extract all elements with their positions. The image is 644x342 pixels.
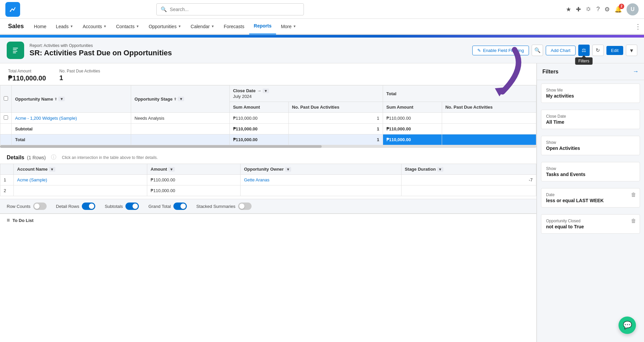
report-icon (7, 42, 24, 59)
select-all-checkbox[interactable] (4, 96, 8, 101)
close-date-dropdown[interactable]: ▼ (263, 89, 269, 93)
add-chart-button[interactable]: Add Chart (546, 46, 576, 55)
grand-total-toggle-item: Grand Total (148, 203, 187, 210)
report-subtitle: Report: Activities with Opportunities (30, 43, 472, 48)
details-title: Details (7, 155, 24, 161)
subtotal-stage (131, 124, 230, 134)
nav-item-calendar[interactable]: Calendar ▼ (186, 18, 219, 35)
opp-name-cell: Acme - 1,200 Widgets (Sample) (12, 113, 131, 124)
account-link-1[interactable]: Acme (Sample) (17, 177, 47, 182)
opp-stage-sort-icon: ⇧ (174, 97, 176, 101)
details-table: Account Name ▼ Amount ▼ (0, 164, 536, 196)
filter-show-open[interactable]: Show Open Activities (541, 136, 640, 155)
refresh-button[interactable]: ↻ (592, 45, 604, 56)
favorites-button[interactable]: ★ (566, 6, 571, 13)
filter-opp-closed[interactable]: Opportunity Closed not equal to True 🗑 (541, 214, 640, 234)
stage-duration-dropdown[interactable]: ▼ (437, 167, 443, 172)
detail-rows-toggle[interactable] (82, 203, 95, 210)
select-all-header (0, 86, 12, 113)
opp-name-link[interactable]: Acme - 1,200 Widgets (Sample) (15, 116, 77, 121)
filter-show-tasks[interactable]: Show Tasks and Events (541, 162, 640, 181)
opp-stage-dropdown[interactable]: ▼ (178, 97, 184, 101)
scroll-thumb[interactable] (0, 145, 322, 148)
edit-button[interactable]: Edit (606, 46, 623, 55)
nav-item-forecasts[interactable]: Forecasts (219, 18, 249, 35)
row-checkbox[interactable] (4, 115, 8, 120)
total-row: Total ₱110,000.00 1 ₱110,000.00 (0, 134, 536, 145)
scroll-indicator (0, 145, 536, 148)
opportunities-chevron: ▼ (178, 24, 181, 28)
past-due-total-cell (442, 113, 536, 124)
past-due-value: 1 (59, 74, 100, 82)
nav-item-home[interactable]: Home (29, 18, 51, 35)
nav-end-icon[interactable]: ⋮ (635, 22, 641, 31)
owner-link-1[interactable]: Gette Aranas (244, 177, 269, 182)
filter-opp-closed-delete[interactable]: 🗑 (631, 218, 636, 224)
help-button[interactable]: ? (596, 6, 600, 13)
detail-rows-knob (89, 204, 94, 209)
row-counts-toggle-item: Row Counts (7, 203, 47, 210)
nav-item-reports[interactable]: Reports (249, 18, 276, 35)
add-button[interactable]: ✚ (576, 6, 581, 13)
owner-dropdown[interactable]: ▼ (285, 167, 291, 172)
nav-item-accounts[interactable]: Accounts ▼ (78, 18, 111, 35)
row-counts-toggle[interactable] (33, 203, 47, 210)
calendar-chevron: ▼ (211, 24, 214, 28)
filter-date-delete[interactable]: 🗑 (631, 192, 636, 198)
filter-date[interactable]: Date less or equal LAST WEEK 🗑 (541, 188, 640, 208)
filter-opp-closed-value: not equal to True (546, 224, 635, 229)
nav-bar: Sales Home Leads ▼ Accounts ▼ Contacts ▼… (0, 19, 644, 35)
filter-show-me-label: Show Me (546, 88, 635, 93)
details-account-1: Acme (Sample) (14, 175, 147, 185)
pencil-icon: ✎ (477, 48, 481, 53)
account-name-dropdown[interactable]: ▼ (49, 167, 55, 172)
opp-name-dropdown[interactable]: ▼ (58, 97, 65, 101)
stacked-summaries-toggle-item: Stacked Summaries (196, 203, 251, 210)
filter-show-me-value: My activities (546, 93, 635, 99)
enable-field-filtering-button[interactable]: ✎ Enable Field Filtering (472, 46, 529, 55)
stacked-summaries-toggle[interactable] (238, 203, 252, 210)
opportunity-stage-header: Opportunity Stage ⇧ ▼ (131, 86, 230, 113)
user-avatar[interactable]: U (627, 3, 639, 15)
amount-dropdown[interactable]: ▼ (168, 167, 175, 172)
details-duration-1: -7 (401, 175, 536, 185)
subtotal-past-due-total (442, 124, 536, 134)
nav-item-more[interactable]: More ▼ (276, 18, 301, 35)
svg-rect-2 (12, 46, 19, 55)
contacts-chevron: ▼ (136, 24, 139, 28)
grand-total-toggle[interactable] (173, 203, 187, 210)
filter-show-open-value: Open Activities (546, 146, 635, 151)
account-name-header: Account Name ▼ (14, 164, 147, 175)
filters-sidebar: Filters → Show Me My activities Close Da… (537, 63, 644, 342)
filters-expand-button[interactable]: → (633, 68, 639, 75)
details-row-1: 1 Acme (Sample) ₱110,000.00 Gette Aranas… (0, 175, 536, 185)
top-bar: 🔍 ★ ✚ ⛭ ? ⚙ 🔔 2 U (0, 0, 644, 19)
settings-button[interactable]: ⚙ (604, 6, 610, 13)
global-search-bar[interactable]: 🔍 (156, 3, 304, 15)
subtotals-toggle[interactable] (125, 203, 139, 210)
nav-item-contacts[interactable]: Contacts ▼ (111, 18, 144, 35)
nav-item-leads[interactable]: Leads ▼ (51, 18, 78, 35)
details-account-2 (14, 185, 147, 196)
setup-icon[interactable]: ⛭ (586, 6, 592, 13)
filters-button[interactable]: ⚖ Filters (578, 45, 590, 56)
edit-dropdown-button[interactable]: ▼ (626, 45, 637, 56)
filters-title: Filters (542, 69, 558, 75)
filter-close-date[interactable]: Close Date All Time (541, 110, 640, 129)
details-row-num-1: 1 (0, 175, 14, 185)
row-num-header (0, 164, 14, 175)
past-due-july-header: No. Past Due Activities (288, 102, 383, 113)
notifications-button[interactable]: 🔔 2 (614, 6, 622, 13)
chat-bubble[interactable]: 💬 (619, 317, 636, 334)
details-owner-2 (240, 185, 401, 196)
total-sum-total: ₱110,000.00 (383, 134, 442, 145)
nav-item-opportunities[interactable]: Opportunities ▼ (144, 18, 186, 35)
search-input[interactable] (170, 7, 300, 12)
opp-name-sort-icon: ⇧ (54, 97, 57, 101)
top-bar-actions: ★ ✚ ⛭ ? ⚙ 🔔 2 U (566, 3, 639, 15)
filter-show-me[interactable]: Show Me My activities (541, 83, 640, 103)
search-report-button[interactable]: 🔍 (532, 45, 543, 56)
details-owner-1: Gette Aranas (240, 175, 401, 185)
main-layout: Total Amount ₱110,000.00 No. Past Due Ac… (0, 63, 644, 342)
table-row: Acme - 1,200 Widgets (Sample) Needs Anal… (0, 113, 536, 124)
